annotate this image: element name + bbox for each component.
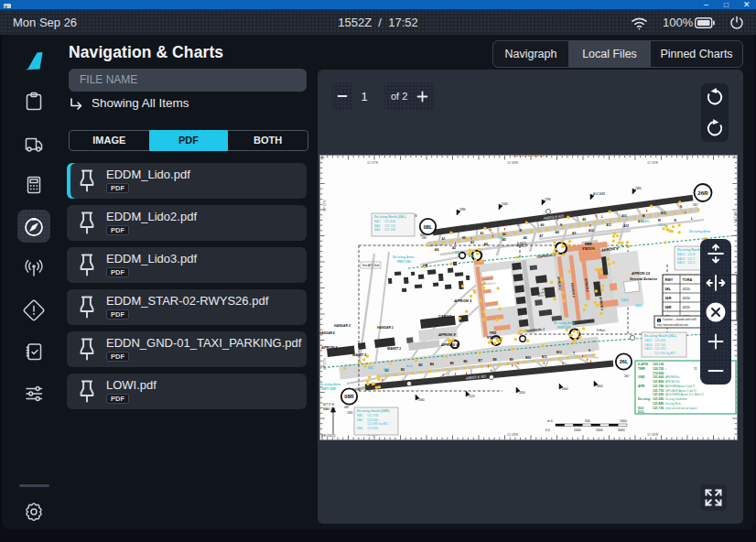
svg-text:BA3: BA3	[357, 427, 363, 430]
svg-text:initial call and start-up requ: initial call and start-up request	[665, 406, 697, 410]
svg-text:APRON 8: APRON 8	[440, 342, 459, 347]
svg-text:General Aviation: General Aviation	[630, 277, 658, 281]
svg-text:A9: A9	[572, 232, 576, 235]
svg-text:2600: 2600	[562, 387, 568, 391]
svg-text:11: 11	[694, 367, 697, 371]
svg-text:26L: 26L	[620, 359, 629, 364]
svg-text:121.9: 121.9	[687, 261, 696, 265]
svg-text:4°E (2015): 4°E (2015)	[321, 434, 335, 438]
svg-text:08L: 08L	[665, 287, 672, 291]
svg-text:FIRE: FIRE	[585, 243, 591, 246]
svg-text:26R: 26R	[697, 190, 708, 196]
svg-text:S: S	[589, 349, 590, 352]
svg-text:DEP+(ACH) Aprons 2 and 13: DEP+(ACH) Aprons 2 and 13	[665, 389, 697, 393]
svg-text:121.890: 121.890	[367, 427, 378, 430]
svg-text:5186: 5186	[347, 411, 353, 415]
svg-text:08R: 08R	[665, 306, 672, 309]
svg-text:BA5: BA5	[469, 255, 475, 258]
svg-text:BA19: BA19	[677, 261, 685, 265]
svg-text:48°22'N: 48°22'N	[323, 200, 327, 211]
svg-text:11°48'E: 11°48'E	[507, 433, 519, 437]
svg-text:De-icing South (08R): De-icing South (08R)	[357, 409, 390, 413]
svg-text:MAINT 3: MAINT 3	[352, 353, 367, 357]
svg-text:De-icing Area: De-icing Area	[689, 230, 711, 233]
svg-text:N-48213: N-48213	[517, 242, 527, 245]
svg-text:BA10: BA10	[677, 253, 685, 256]
svg-text:T: T	[573, 352, 575, 355]
svg-text:S-Rast: S-Rast	[597, 329, 605, 332]
svg-text:4320: 4320	[683, 297, 690, 300]
svg-text:BA2: BA2	[374, 224, 381, 228]
svg-text:APRON 6: APRON 6	[320, 345, 339, 350]
svg-text:APRON 1: APRON 1	[453, 298, 472, 303]
svg-text:De-icing South (26L): De-icing South (26L)	[644, 334, 677, 338]
svg-text:1000: 1000	[574, 428, 581, 432]
svg-text:Area: Area	[406, 364, 413, 368]
svg-text:N: N	[560, 223, 562, 227]
svg-text:TORA: TORA	[683, 278, 693, 282]
svg-text:121.730: 121.730	[653, 406, 664, 410]
svg-text:B7: B7	[479, 359, 482, 363]
svg-text:APR: APR	[638, 385, 645, 388]
svg-text:N5: N5	[462, 236, 466, 240]
svg-text:BA1: BA1	[374, 220, 381, 223]
svg-text:2886: 2886	[635, 187, 642, 190]
svg-text:121.890: 121.890	[654, 339, 665, 342]
svg-text:3940: 3940	[418, 398, 425, 402]
svg-text:3200: 3200	[519, 391, 525, 395]
svg-text:BA3: BA3	[374, 228, 381, 232]
svg-text:A11: A11	[606, 223, 611, 227]
svg-text:B10: B10	[525, 356, 531, 360]
svg-text:M: M	[658, 219, 661, 222]
svg-text:m 0: m 0	[547, 419, 553, 423]
svg-text:CARGO: CARGO	[438, 315, 451, 319]
svg-text:3650: 3650	[597, 385, 603, 388]
svg-text:3000: 3000	[618, 428, 625, 432]
svg-text:De-icing Coordinator: De-icing Coordinator	[665, 397, 687, 401]
svg-text:DA16: DA16	[644, 343, 653, 347]
svg-text:De-icing: De-icing	[638, 397, 650, 401]
svg-text:B3: B3	[418, 363, 422, 367]
svg-text:4320: 4320	[683, 287, 690, 291]
svg-text:A1: A1	[435, 248, 438, 252]
svg-text:RWY 08R: RWY 08R	[321, 387, 336, 391]
svg-text:B6: B6	[464, 360, 468, 363]
svg-text:ft 0: ft 0	[545, 428, 550, 432]
svg-text:HANGAR 3: HANGAR 3	[334, 324, 351, 328]
svg-text:TWR: TWR	[638, 367, 645, 371]
svg-text:N/T 3° E: N/T 3° E	[323, 403, 334, 406]
svg-text:D-ATIS: D-ATIS	[638, 363, 649, 366]
svg-text:B12: B12	[556, 351, 562, 354]
svg-text:B2: B2	[401, 368, 405, 372]
svg-text:MAINT 1: MAINT 1	[387, 347, 401, 351]
svg-text:A10: A10	[589, 229, 594, 233]
svg-text:STATION: STATION	[582, 247, 595, 251]
svg-text:266°: 266°	[624, 374, 630, 378]
svg-text:2000: 2000	[596, 428, 603, 432]
svg-text:11°49'E: 11°49'E	[647, 433, 659, 437]
svg-text:2046: 2046	[502, 202, 508, 206]
svg-text:A6: A6	[524, 236, 527, 240]
svg-text:A4: A4	[484, 243, 488, 246]
svg-text:APRON 9: APRON 9	[437, 332, 456, 337]
svg-text:4320: 4320	[683, 306, 690, 309]
svg-text:121.945: 121.945	[384, 228, 395, 232]
svg-text:BA1: BA1	[368, 366, 373, 370]
svg-text:HANGAR 4: HANGAR 4	[319, 331, 335, 335]
svg-text:DA15: DA15	[621, 298, 629, 302]
svg-text:DA15: DA15	[644, 339, 653, 342]
svg-text:APN SE/CGn: APN SE/CGn	[665, 380, 680, 384]
svg-text:121.660: 121.660	[367, 418, 378, 422]
svg-text:A1: A1	[442, 237, 446, 241]
svg-text:A8: A8	[582, 218, 586, 222]
svg-text:2786: 2786	[545, 198, 551, 201]
svg-text:DA1: DA1	[498, 236, 503, 240]
svg-text:120.705: 120.705	[653, 367, 664, 371]
svg-text:B5: B5	[450, 362, 454, 365]
svg-text:BA3: BA3	[383, 368, 389, 372]
svg-text:DCL: DCL	[638, 410, 644, 414]
svg-text:121.740: 121.740	[654, 343, 665, 347]
svg-text:De-icing Area: De-icing Area	[393, 255, 415, 259]
svg-text:08L: 08L	[424, 224, 433, 230]
svg-text:STATION: STATION	[487, 336, 500, 340]
